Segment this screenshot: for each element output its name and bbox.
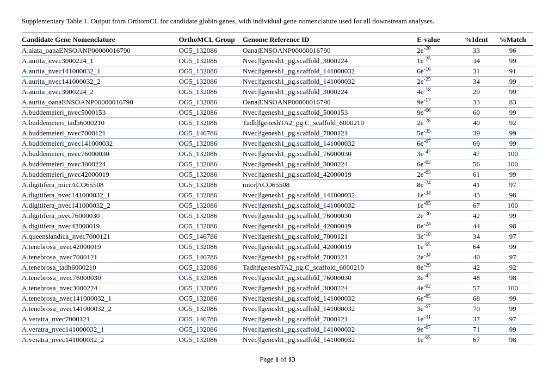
cell: 68 — [460, 293, 495, 303]
cell: 97 — [496, 179, 533, 190]
cell: OG5_132086 — [178, 241, 243, 252]
cell: OG5_132086 — [178, 86, 243, 97]
table-row: A.digitifera_nvec76000030OG5_132086Nvec|… — [22, 210, 533, 221]
cell: OG5_132086 — [178, 303, 243, 314]
cell: 33 — [460, 97, 495, 107]
cell: OG5_132086 — [178, 210, 243, 221]
table-row: A.digitifera_nvec141000032_1OG5_132086Nv… — [22, 190, 533, 200]
cell: A.aurita_oanaENSOANP00000016790 — [22, 97, 178, 107]
cell: A.buddemeieri_nvec3000224 — [22, 159, 178, 169]
cell: OG5_146786 — [178, 128, 243, 138]
cell: 9e-17 — [417, 97, 460, 107]
cell: 56 — [460, 159, 495, 169]
table-row: A.buddemeieri_tadh6000210OG5_132086Tadh|… — [22, 117, 533, 128]
cell: 3e-42 — [417, 272, 460, 283]
cell: A.buddemeieri_nvec7000121 — [22, 128, 178, 138]
cell: Nvec|fgenesh1_pg.scaffold_76000030 — [243, 210, 417, 221]
cell: 1e-65 — [417, 200, 460, 210]
cell: OG5_132086 — [178, 272, 243, 283]
cell: 6e-65 — [417, 293, 460, 303]
cell: Nvec|fgenesh1_pg.scaffold_7000121 — [243, 128, 417, 138]
cell: Nvec|fgenesh1_pg.scaffold_3000224 — [243, 55, 417, 66]
cell: Nvec|fgenesh1_pg.scaffold_7000121 — [243, 314, 417, 324]
data-table: Candidate Gene Nomenclature OrthoMCL Gro… — [22, 33, 533, 345]
cell: OG5_132086 — [178, 97, 243, 107]
cell: 83 — [496, 97, 533, 107]
cell: Nvec|fgenesh1_pg.scaffold_3000224 — [243, 159, 417, 169]
cell: 6e-62 — [417, 159, 460, 169]
table-row: A.aurita_nvec141000032_1OG5_132086Nvec|f… — [22, 66, 533, 76]
cell: 61 — [460, 169, 495, 179]
page-label: Page — [260, 355, 275, 363]
cell: A.buddemeieri_nvec76000030 — [22, 148, 178, 159]
cell: 1e-65 — [417, 241, 460, 252]
cell: 100 — [496, 159, 533, 169]
cell: OG5_146786 — [178, 231, 243, 241]
cell: 92 — [496, 262, 533, 272]
cell: Nvec|fgenesh1_pg.scaffold_76000030 — [243, 148, 417, 159]
cell: 1e-65 — [417, 334, 460, 345]
cell: Nvec|fgenesh1_pg.scaffold_7000121 — [243, 252, 417, 262]
cell: A.buddemeieri_tadh6000210 — [22, 117, 178, 128]
cell: OG5_132086 — [178, 66, 243, 76]
cell: Nvec|fgenesh1_pg.scaffold_141000032 — [243, 324, 417, 334]
cell: Nvec|fgenesh1_pg.scaffold_3000224 — [243, 86, 417, 97]
cell: Nvec|fgenesh1_pg.scaffold_141000032 — [243, 200, 417, 210]
cell: 99 — [496, 86, 533, 97]
cell: 40 — [460, 117, 495, 128]
cell: A.veratra_nvec141000032_1 — [22, 324, 178, 334]
cell: OG5_132086 — [178, 45, 243, 55]
cell: 8e-29 — [417, 262, 460, 272]
cell: Nvec|fgenesh1_pg.scaffold_3000224 — [243, 283, 417, 293]
cell: 99 — [496, 293, 533, 303]
cell: 29 — [460, 86, 495, 97]
col-header: E-value — [417, 33, 460, 45]
table-row: A.alata_oanaENSOANP00000016790OG5_132086… — [22, 45, 533, 55]
cell: 39 — [460, 128, 495, 138]
cell: A.tenebrosa_nvec7000121 — [22, 252, 178, 262]
cell: 98 — [496, 334, 533, 345]
cell: 1e-25 — [417, 55, 460, 66]
cell: OG5_146786 — [178, 314, 243, 324]
table-row: A.buddemeieri_nvec7000121OG5_146786Nvec|… — [22, 128, 533, 138]
cell: 2e-63 — [417, 169, 460, 179]
page-of: of — [279, 355, 288, 363]
cell: 2e-20 — [417, 45, 460, 55]
cell: 71 — [460, 324, 495, 334]
col-header: Candidate Gene Nomenclature — [22, 33, 178, 45]
cell: OG5_132086 — [178, 190, 243, 200]
table-row: A.digitifera_nvec141000032_2OG5_132086Nv… — [22, 200, 533, 210]
cell: 48 — [460, 272, 495, 283]
cell: 4e-18 — [417, 86, 460, 97]
cell: 100 — [496, 283, 533, 293]
table-row: A.tenebrosa_nvec141000032_2OG5_132086Nve… — [22, 303, 533, 314]
cell: 99 — [496, 169, 533, 179]
table-row: A.buddemeieri_nvec76000030OG5_132086Nvec… — [22, 148, 533, 159]
cell: OG5_132086 — [178, 334, 243, 345]
cell: 47 — [460, 148, 495, 159]
cell: Tadh|fgeneshTA2_pg.C_scaffold_6000210 — [243, 117, 417, 128]
table-row: A.queenslandica_nvec7000121OG5_146786Nve… — [22, 231, 533, 241]
cell: 31 — [460, 66, 495, 76]
cell: 92 — [496, 117, 533, 128]
cell: 60 — [460, 107, 495, 117]
cell: A.digitifera_nvec76000030 — [22, 210, 178, 221]
cell: A.aurita_nvec3000224_1 — [22, 55, 178, 66]
cell: 97 — [496, 231, 533, 241]
cell: Nvec|fgenesh1_pg.scaffold_141000032 — [243, 334, 417, 345]
cell: OG5_132086 — [178, 293, 243, 303]
cell: A.aurita_nvec141000032_2 — [22, 76, 178, 86]
cell: 98 — [496, 190, 533, 200]
table-row: A.buddemeieri_nvec42000019OG5_132086Nvec… — [22, 169, 533, 179]
cell: A.tenebrosa_nvec3000224 — [22, 283, 178, 293]
cell: 34 — [460, 55, 495, 66]
cell: A.aurita_nvec141000032_1 — [22, 66, 178, 76]
cell: 99 — [496, 303, 533, 314]
cell: Nvec|fgenesh1_pg.scaffold_141000032 — [243, 138, 417, 148]
cell: 98 — [496, 221, 533, 231]
cell: OG5_132086 — [178, 200, 243, 210]
cell: OG5_132086 — [178, 76, 243, 86]
table-row: A.veratra_nvec141000032_2OG5_132086Nvec|… — [22, 334, 533, 345]
table-row: A.tenebrosa_tadh6000210OG5_132086Tadh|fg… — [22, 262, 533, 272]
cell: 6e-16 — [417, 66, 460, 76]
